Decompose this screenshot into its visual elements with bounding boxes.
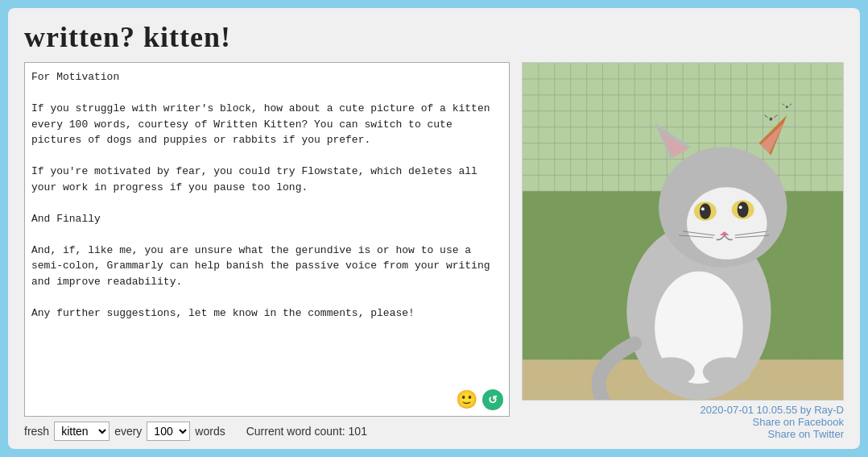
svg-point-39 — [700, 203, 711, 219]
words-label: words — [195, 425, 225, 438]
content-area: For Motivation If you struggle with writ… — [24, 62, 844, 441]
every-label: every — [114, 425, 142, 438]
animal-select[interactable]: kitten puppy rabbit — [54, 422, 110, 441]
svg-point-50 — [703, 357, 751, 386]
svg-point-54 — [786, 106, 788, 108]
share-twitter-link[interactable]: Share on Twitter — [522, 428, 844, 440]
word-count-select[interactable]: 100 200 300 500 — [147, 422, 190, 441]
controls-bar: fresh kitten puppy rabbit every 100 200 … — [24, 417, 510, 441]
textarea-wrapper: For Motivation If you struggle with writ… — [24, 62, 510, 417]
left-panel: For Motivation If you struggle with writ… — [24, 62, 510, 441]
svg-point-49 — [647, 357, 695, 386]
word-count-value: 101 — [349, 425, 367, 438]
svg-point-43 — [739, 206, 742, 209]
kitten-image — [522, 62, 844, 401]
writing-textarea[interactable]: For Motivation If you struggle with writ… — [24, 62, 510, 417]
word-count-label: Current word count: — [246, 425, 345, 438]
svg-point-42 — [738, 201, 749, 218]
bottom-icons: 🙂 ↺ — [456, 389, 503, 410]
app-title: written? kitten! — [24, 20, 844, 54]
image-caption: 2020-07-01 10.05.55 by Ray-D Share on Fa… — [522, 401, 844, 440]
fresh-label: fresh — [24, 425, 49, 438]
smiley-icon[interactable]: 🙂 — [456, 389, 477, 410]
image-date-author: 2020-07-01 10.05.55 by Ray-D — [522, 404, 844, 416]
share-facebook-link[interactable]: Share on Facebook — [522, 416, 844, 428]
refresh-button[interactable]: ↺ — [482, 389, 503, 410]
svg-point-40 — [701, 207, 705, 210]
svg-point-51 — [769, 118, 772, 121]
right-panel: 2020-07-01 10.05.55 by Ray-D Share on Fa… — [522, 62, 844, 441]
current-word-count: Current word count: 101 — [246, 425, 367, 438]
svg-point-33 — [687, 187, 767, 260]
app-container: written? kitten! For Motivation If you s… — [8, 8, 860, 449]
